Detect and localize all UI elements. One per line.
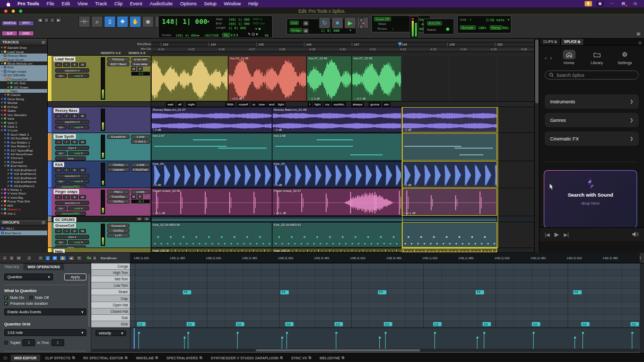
track-list-item[interactable]: V Delay 1 [0,188,47,191]
nav-back-icon[interactable]: ‹ [545,55,547,61]
drum-lane-clap[interactable]: Clap [91,295,130,302]
track-list-item[interactable]: Inst 1 [0,211,47,215]
main-counter[interactable]: 148| 1| 000 [162,17,207,25]
track-visibility-dot[interactable] [4,149,6,151]
lyric-marker[interactable]: lose [257,102,266,107]
send-mute-button[interactable]: M [131,67,136,71]
mute-button[interactable]: M [79,229,86,233]
lyric-marker[interactable]: my [324,102,331,107]
send-slot[interactable]: b KickChain [131,167,150,172]
pencil-mode-icon[interactable]: ✎ ⊡ ▾ [248,32,258,37]
velocity-stem[interactable] [575,338,575,349]
track-lane[interactable]: Kick_04↑ 0 dBKick_04↑ 0 dB↑ 0 dB [151,161,539,188]
velocity-stem[interactable] [282,338,282,349]
track-lane[interactable]: Kick_02-16-MIDI-90Kick_02-16-MIDI-91 [151,222,539,248]
menu-window[interactable]: Window [224,1,241,6]
drum-lane-mid-tom[interactable]: Mid Tom [91,276,130,282]
track-visibility-dot[interactable] [1,59,3,60]
midi-horizontal-scrollbar[interactable] [91,349,640,352]
send-pan-button[interactable]: P [137,195,143,199]
track-visibility-dot[interactable] [1,114,3,116]
window-tab-clip-effects[interactable]: CLIP EFFECTS⧉ [41,354,79,361]
apply-button[interactable]: Apply [64,273,86,280]
track-view-selector[interactable]: clips ▾ [55,235,89,239]
velocity-stem[interactable] [138,333,139,349]
preserve-note-duration-checkbox[interactable]: ✓Preserve note duration [4,302,86,305]
track-visibility-dot[interactable] [1,122,3,123]
track-visibility-dot[interactable] [7,82,9,84]
drum-lane-closed-hat[interactable]: Closed Hat [91,308,130,315]
splice-settings-button[interactable]: ⚙ Settings [611,50,639,65]
audio-clip[interactable]: Kick_04↑ 0 dB [151,161,272,188]
record-enable-button[interactable]: ● [55,229,62,233]
nudge-dropdown-icon[interactable]: ▾ [350,28,351,32]
record-enable-button[interactable]: ● [55,63,62,67]
edit-mode-shuffle[interactable]: SHUFFLE [2,21,18,26]
toolbar-expand-icon[interactable]: ⊞ [636,31,641,37]
send-slot[interactable]: a Verb [131,163,150,167]
velocity-stem[interactable] [582,333,583,349]
audio-clip[interactable]: Vox.03_11-08↑ +5.5 dB [228,56,307,101]
group-item[interactable]: End Harms [0,231,47,235]
edit-mode-spot[interactable]: SPOT [18,21,34,26]
drum-lane-conga[interactable]: Conga [91,263,130,270]
midi-record-icon[interactable]: ● [2,255,7,261]
smart-tool[interactable]: ✋ [129,16,141,28]
track-visibility-dot[interactable] [7,169,9,171]
track-visibility-dot[interactable] [4,145,6,147]
more-status-icon[interactable]: ⋯ [608,1,615,6]
track-list-item[interactable]: Kick [0,65,47,69]
audio-clip[interactable]: ↑ 0 dB [402,161,497,188]
lyrics-lane-content[interactable]: waitallnightWithmyselftoloseandfightIfig… [151,102,539,107]
counter-dropdown-icon[interactable]: ▾ [207,20,210,24]
midi-note-c2[interactable]: C2 [384,322,393,326]
drum-lane-open-hat[interactable]: Open Hat [91,302,130,308]
track-list-item[interactable]: Orca String [0,97,47,101]
track-list-item[interactable]: A4 NeverKnew [0,152,47,156]
swing-label[interactable]: Swing: [490,25,502,30]
automation-mode-selector[interactable]: read ▾ [68,151,89,155]
player-prev-icon[interactable]: |◀ [545,232,550,237]
splice-category-instruments[interactable]: Instruments❯ [545,94,639,109]
menu-pro-tools[interactable]: Pro Tools [18,1,39,6]
automation-mode-selector[interactable]: read ▾ [68,206,89,210]
panel-close-icon[interactable]: ◎ [636,40,644,45]
track-list-item[interactable]: A17 SpeedRap [0,148,47,152]
selection-end[interactable]: 150| 1| 000 [229,22,250,25]
track-visibility-dot[interactable] [1,63,3,64]
record-enable-button[interactable]: ● [55,140,62,144]
automation-selector[interactable]: dyn [55,125,67,129]
drum-lane-snare[interactable]: Snare [91,289,130,295]
insert-slot[interactable]: GrooveCell [107,224,129,228]
track-view-selector[interactable]: clips ▾ [55,146,89,150]
track-visibility-dot[interactable] [1,197,3,198]
track-list-item[interactable]: Vox Riddim 1 [0,140,47,144]
track-list-item[interactable]: Hi Pad [0,105,47,109]
velocity-stem[interactable] [237,333,238,349]
track-visibility-dot[interactable] [1,200,3,202]
track-visibility-dot[interactable] [7,177,9,179]
audio-clip[interactable]: Hats_02-18 [151,248,272,252]
midi-note-f2[interactable]: F2 [475,290,484,295]
velocity-stem[interactable] [184,338,185,349]
ruler-name-bars[interactable]: Bars|Beats [121,42,153,46]
pre-roll-toggle[interactable]: ▪ [359,17,363,23]
midi-note-f2[interactable]: F2 [280,290,289,295]
automation-selector[interactable]: dyn [55,74,67,78]
velocity-stem[interactable] [484,333,484,349]
selection-start[interactable]: 148| 1| 000 [229,17,250,21]
track-list-item[interactable]: Wocka [0,101,47,104]
send-pan-button[interactable]: P [137,67,143,71]
drum-lane-high-tom[interactable]: High Tom [91,270,130,276]
meter-label[interactable]: Meter [378,22,386,25]
folder-mute-button[interactable]: M [136,217,143,221]
track-list-item[interactable]: A10 EndHarm2 [0,168,47,172]
splice-home-button[interactable]: Home [555,50,583,65]
send-slot[interactable]: a vox verb [131,57,150,61]
automation-mode-selector[interactable]: read ▾ [68,179,89,183]
track-list-item[interactable]: A3 DonWalk 2 [0,136,47,140]
track-list-item[interactable]: Vox Riddim 2 [0,144,47,148]
midi-note-c2[interactable]: C2 [581,322,590,326]
solo-button[interactable]: S [71,63,78,67]
ruler-name-minsecs[interactable]: Min:Secs [122,47,154,50]
